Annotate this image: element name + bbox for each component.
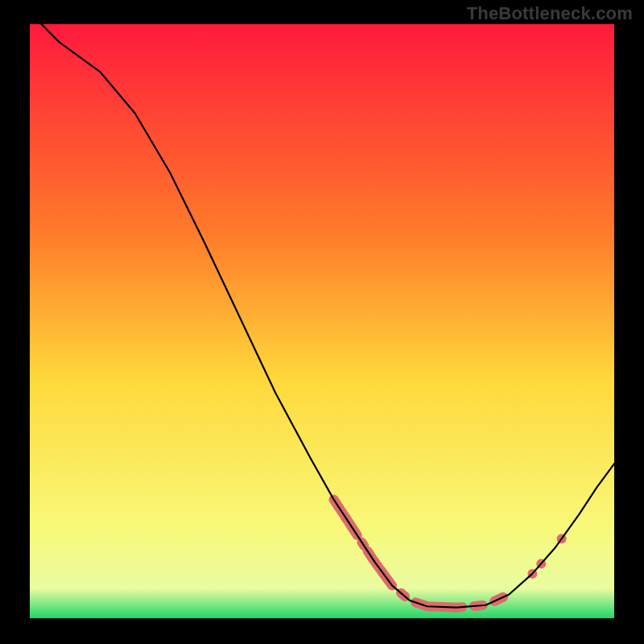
chart-svg — [30, 24, 614, 618]
chart-background — [30, 24, 614, 618]
watermark-text: TheBottleneck.com — [467, 3, 633, 24]
chart-frame: TheBottleneck.com — [0, 0, 644, 644]
chart-plot — [30, 24, 614, 618]
